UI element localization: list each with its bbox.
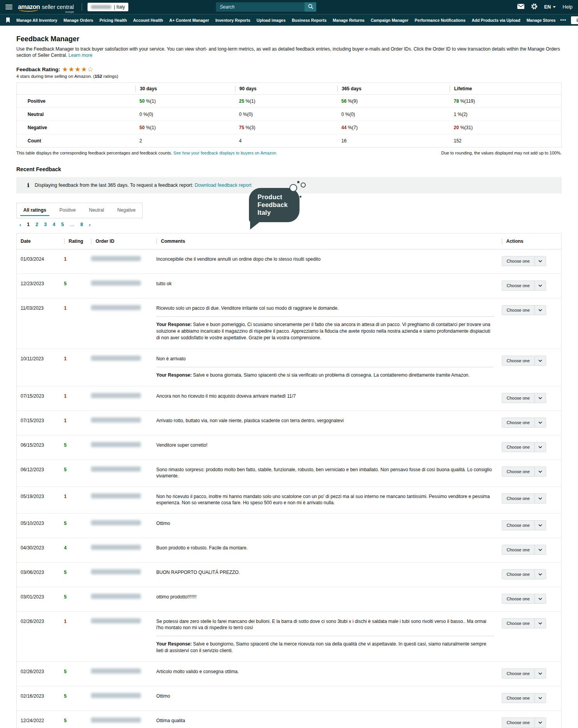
language-switcher[interactable]: EN	[544, 4, 556, 10]
nav-item-account-health[interactable]: Account Health	[133, 18, 163, 23]
feedback-row: 11/03/20231Ricevuto solo un pacco di due…	[17, 298, 562, 349]
nav-item-inventory-reports[interactable]: Inventory Reports	[215, 18, 250, 23]
order-id-redacted[interactable]	[91, 668, 141, 674]
choose-one-button[interactable]: Choose one	[502, 356, 546, 366]
summary-cell: 152	[446, 134, 562, 147]
order-id-redacted[interactable]	[91, 467, 141, 472]
nav-item-campaign-manager[interactable]: Campaign Manager	[371, 18, 408, 23]
choose-one-button[interactable]: Choose one	[502, 618, 546, 628]
nav-item-performance-notifications[interactable]: Performance Notifications	[415, 18, 466, 23]
order-id-redacted[interactable]	[91, 493, 141, 498]
order-id-redacted[interactable]	[91, 281, 141, 286]
choose-one-button[interactable]: Choose one	[502, 442, 546, 452]
order-id-redacted[interactable]	[91, 693, 141, 698]
feedback-comment-text: Buon prodotto e robusto. Facile da monta…	[156, 545, 494, 551]
see-feedback-display-link[interactable]: See how your feedback displays to buyers…	[173, 151, 277, 155]
nav-item-upload-images[interactable]: Upload images	[257, 18, 286, 23]
nav-item-manage-returns[interactable]: Manage Returns	[333, 18, 365, 23]
order-id-redacted[interactable]	[91, 618, 141, 623]
tab-all-ratings[interactable]: All ratings	[17, 203, 53, 218]
choose-one-button[interactable]: Choose one	[502, 717, 546, 728]
learn-more-link[interactable]: Learn more	[68, 53, 92, 58]
order-id-redacted[interactable]	[91, 569, 141, 574]
feedback-row: 07/15/20231Ancora non ho ricevuto il mio…	[17, 386, 562, 411]
store-name-redacted	[91, 5, 111, 9]
search-button[interactable]	[305, 2, 316, 12]
order-id-redacted[interactable]	[91, 594, 141, 599]
star-rating: ★★★★☆	[62, 66, 94, 73]
feedback-comment-cell: Ricevuto solo un pacco di due. Venditore…	[152, 298, 498, 349]
order-id-redacted[interactable]	[91, 305, 141, 310]
order-id-redacted[interactable]	[91, 717, 141, 723]
feedback-order-id-cell	[87, 514, 152, 538]
nav-item-add-products-via-upload[interactable]: Add Products via Upload	[472, 18, 520, 23]
pagination-prev-icon[interactable]: ‹	[19, 222, 21, 227]
pagination-page-3[interactable]: 3	[44, 222, 47, 227]
feedback-comment-text: Ottimo	[156, 693, 494, 699]
download-feedback-report-link[interactable]: Download feedback report	[194, 182, 251, 188]
order-id-redacted[interactable]	[91, 256, 141, 261]
feedback-comment-text: BUON RAPPORTO QUALITÁ PREZZO.	[156, 569, 494, 575]
search-input[interactable]	[216, 2, 305, 12]
nav-item-a-content-manager[interactable]: A+ Content Manager	[169, 18, 209, 23]
order-id-redacted[interactable]	[91, 418, 141, 423]
order-id-redacted[interactable]	[91, 520, 141, 525]
order-id-redacted[interactable]	[91, 393, 141, 398]
summary-row-negative: Negative50 %(1)75 %(3)44 %(7)20 %(31)	[17, 121, 562, 134]
nav-overflow-button[interactable]: •••	[560, 18, 566, 23]
chevron-down-icon	[534, 570, 546, 579]
nav-item-business-reports[interactable]: Business Reports	[292, 18, 326, 23]
pagination-page-2[interactable]: 2	[35, 222, 38, 227]
chevron-down-icon	[534, 718, 546, 727]
nav-item-manage-all-inventory[interactable]: Manage All Inventory	[16, 18, 57, 23]
store-switcher[interactable]: | Italy	[88, 3, 128, 11]
choose-one-button[interactable]: Choose one	[502, 545, 546, 555]
choose-one-button[interactable]: Choose one	[502, 493, 546, 503]
choose-one-button[interactable]: Choose one	[502, 569, 546, 579]
settings-button[interactable]	[531, 3, 538, 11]
pagination-page-4[interactable]: 4	[53, 222, 55, 227]
choose-one-button[interactable]: Choose one	[502, 668, 546, 679]
hamburger-menu-icon[interactable]	[5, 4, 12, 11]
tab-neutral[interactable]: Neutral	[82, 203, 111, 218]
choose-one-button[interactable]: Choose one	[502, 418, 546, 428]
rating-number: 1	[64, 256, 67, 262]
feedback-comment-cell: Buon prodotto e robusto. Facile da monta…	[152, 538, 498, 563]
main-content: Feedback Manager Use the Feedback Manage…	[0, 35, 578, 728]
pagination-page-8[interactable]: 8	[81, 222, 83, 227]
choose-one-button[interactable]: Choose one	[502, 281, 546, 291]
feedback-comment-cell: Sono rimasto sorpreso: prodotto molto be…	[152, 460, 498, 487]
nav-item-manage-stores[interactable]: Manage Stores	[527, 18, 556, 23]
choose-one-button[interactable]: Choose one	[502, 520, 546, 530]
feedback-order-id-cell	[87, 662, 152, 686]
choose-one-button[interactable]: Choose one	[502, 693, 546, 703]
help-link[interactable]: Help	[562, 4, 573, 10]
nav-item-pricing-health[interactable]: Pricing Health	[100, 18, 127, 23]
order-id-redacted[interactable]	[91, 356, 141, 361]
pagination-page-5[interactable]: 5	[61, 222, 64, 227]
order-id-redacted[interactable]	[91, 442, 141, 447]
nav-item-manage-orders[interactable]: Manage Orders	[63, 18, 93, 23]
choose-one-button[interactable]: Choose one	[502, 467, 546, 477]
choose-one-label: Choose one	[502, 467, 534, 476]
messages-button[interactable]	[517, 4, 524, 10]
seller-central-logo[interactable]: amazon seller centraleurope	[18, 4, 74, 11]
feedback-row: 12/24/20225Ottima qualitaChoose one	[17, 711, 562, 728]
tab-positive[interactable]: Positive	[53, 203, 82, 218]
choose-one-button[interactable]: Choose one	[502, 256, 546, 266]
feedback-comment-cell: Ottimo	[152, 514, 498, 538]
pagination-page-1[interactable]: 1	[27, 222, 30, 227]
bookmark-icon[interactable]	[6, 18, 10, 23]
tab-negative[interactable]: Negative	[110, 203, 142, 218]
edit-nav-button[interactable]: Edit	[571, 16, 578, 24]
choose-one-button[interactable]: Choose one	[502, 305, 546, 315]
feedback-date: 12/23/2023	[17, 274, 60, 298]
choose-one-button[interactable]: Choose one	[502, 594, 546, 604]
order-id-redacted[interactable]	[91, 545, 141, 550]
feedback-order-id-cell	[87, 711, 152, 728]
pagination-next-icon[interactable]: ›	[89, 222, 91, 227]
percent-value: 0	[140, 112, 142, 117]
choose-one-button[interactable]: Choose one	[502, 393, 546, 403]
feedback-row: 07/15/20231Arrivato rotto, buttato via, …	[17, 411, 562, 435]
feedback-rating-value: 5	[60, 662, 87, 686]
